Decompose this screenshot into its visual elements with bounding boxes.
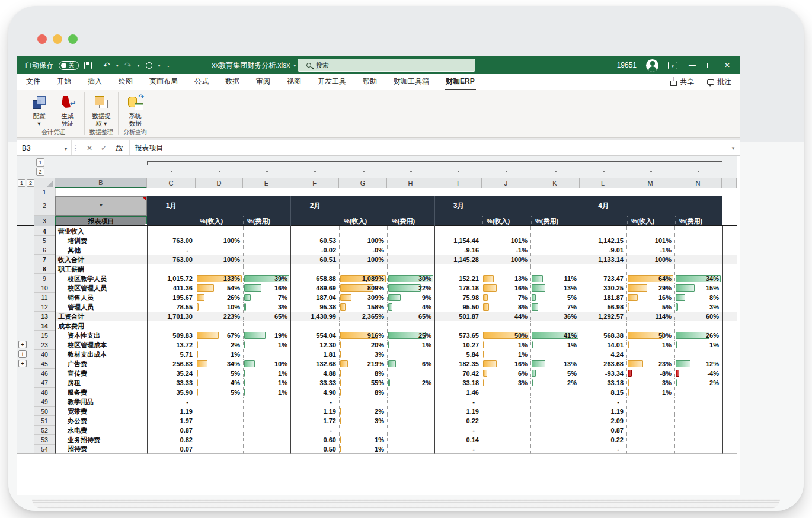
grid-cell[interactable]: -9.16 — [434, 245, 482, 255]
grid-cell[interactable]: 195.67 — [147, 293, 196, 302]
grid-cell[interactable] — [580, 188, 626, 196]
row-number[interactable]: 7 — [34, 255, 55, 264]
grid-cell[interactable] — [387, 369, 434, 378]
grid-cell[interactable] — [674, 426, 722, 435]
grid-cell[interactable]: 1% — [243, 340, 290, 350]
outline-expand-button[interactable]: + — [18, 341, 27, 348]
grid-cell[interactable] — [482, 435, 530, 445]
column-header-N[interactable]: N — [674, 178, 722, 188]
row-number[interactable]: 46 — [34, 369, 55, 378]
grid-cell[interactable] — [482, 188, 530, 196]
grid-cell[interactable] — [387, 397, 434, 407]
ribbon-button-生成凭证[interactable]: 生成 凭证 — [55, 92, 81, 127]
grid-cell[interactable] — [674, 188, 722, 196]
column-header-K[interactable]: K — [530, 178, 580, 188]
grid-cell[interactable] — [722, 416, 737, 426]
row-number[interactable]: 6 — [34, 245, 55, 255]
grid-cell[interactable]: 6% — [482, 369, 530, 378]
search-input[interactable]: 搜索 — [298, 59, 475, 72]
grid-cell[interactable]: 10% — [196, 302, 243, 312]
grid-cell[interactable] — [387, 388, 434, 397]
grid-cell[interactable] — [290, 264, 339, 274]
tab-财咖ERP[interactable]: 财咖ERP — [445, 74, 476, 90]
grid-cell[interactable] — [387, 236, 434, 245]
grid-cell[interactable]: 12.30 — [290, 340, 339, 350]
grid-cell[interactable]: 2% — [674, 378, 722, 388]
row-number[interactable]: 49 — [34, 397, 55, 407]
outline-expand-button[interactable]: + — [18, 360, 27, 367]
outline-expand-button[interactable]: + — [18, 350, 27, 358]
row-number[interactable]: 1 — [34, 188, 55, 196]
grid-cell[interactable]: 4.24 — [580, 350, 626, 359]
row-number[interactable]: 54 — [34, 445, 55, 454]
grid-cell[interactable]: 0.22 — [434, 416, 482, 426]
grid-cell[interactable] — [626, 416, 674, 426]
grid-cell[interactable]: 100% — [339, 236, 387, 245]
grid-cell[interactable]: 1,089% — [339, 274, 387, 283]
grid-cell[interactable] — [387, 435, 434, 445]
grid-cell[interactable]: 1% — [530, 340, 580, 350]
grid-cell[interactable]: 9% — [387, 293, 434, 302]
grid-cell[interactable]: 2% — [196, 340, 243, 350]
grid-cell[interactable] — [626, 188, 674, 196]
grid-cell[interactable]: 916% — [339, 331, 387, 340]
grid-cell[interactable] — [530, 226, 580, 236]
grid-cell[interactable] — [626, 397, 674, 407]
grid-cell[interactable]: 67% — [196, 331, 243, 340]
grid-cell[interactable]: 5% — [196, 369, 243, 378]
grid-cell[interactable] — [243, 426, 290, 435]
grid-cell[interactable]: 16% — [482, 359, 530, 369]
grid-cell[interactable] — [482, 426, 530, 435]
row-outline-level-2-button[interactable]: 2 — [27, 179, 34, 187]
grid-cell[interactable]: 13% — [530, 359, 580, 369]
grid-cell[interactable]: - — [147, 397, 196, 407]
row-outline-level-1-button[interactable]: 1 — [18, 179, 25, 187]
row-label-cell[interactable]: 成本费用 — [55, 321, 147, 331]
grid-cell[interactable] — [674, 407, 722, 416]
column-outline-level-1-button[interactable]: 1 — [36, 158, 44, 167]
grid-cell[interactable] — [722, 407, 737, 416]
grid-cell[interactable] — [674, 236, 722, 245]
grid-cell[interactable] — [674, 388, 722, 397]
grid-cell[interactable]: 64% — [626, 274, 674, 283]
ribbon-display-options-icon[interactable]: ▾ — [668, 62, 677, 69]
grid-cell[interactable] — [580, 264, 626, 274]
grid-cell[interactable]: -0.02 — [290, 245, 339, 255]
grid-cell[interactable]: 809% — [339, 283, 387, 293]
grid-cell[interactable]: 100% — [196, 255, 243, 264]
column-header-E[interactable]: E — [243, 178, 290, 188]
row-label-cell[interactable]: 水电费 — [55, 426, 147, 435]
grid-cell[interactable] — [530, 255, 580, 264]
grid-cell[interactable] — [626, 445, 674, 454]
grid-cell[interactable]: 0.87 — [147, 426, 196, 435]
minimize-button[interactable]: — — [687, 61, 698, 69]
grid-cell[interactable] — [722, 293, 737, 302]
grid-cell[interactable]: 0.07 — [147, 445, 196, 454]
row-label-cell[interactable]: 广告费 — [55, 359, 147, 369]
grid-cell[interactable] — [674, 321, 722, 331]
column-header-L[interactable]: L — [580, 178, 626, 188]
grid-cell[interactable] — [626, 426, 674, 435]
grid-cell[interactable] — [196, 226, 243, 236]
grid-cell[interactable] — [626, 226, 674, 236]
grid-cell[interactable]: 2% — [387, 378, 434, 388]
grid-cell[interactable]: 95.38 — [290, 302, 339, 312]
grid-cell[interactable]: 2% — [530, 378, 580, 388]
grid-cell[interactable]: 1% — [243, 369, 290, 378]
grid-cell[interactable] — [147, 321, 196, 331]
grid-cell[interactable]: 55% — [339, 378, 387, 388]
grid-cell[interactable]: 1% — [243, 388, 290, 397]
grid-cell[interactable]: 1,133.14 — [580, 255, 626, 264]
row-label-cell[interactable]: 培训费 — [55, 236, 147, 245]
grid-cell[interactable]: - — [147, 245, 196, 255]
grid-cell[interactable] — [482, 388, 530, 397]
grid-cell[interactable] — [339, 264, 387, 274]
row-label-cell[interactable]: 销售人员 — [55, 293, 147, 302]
row-number[interactable]: 23 — [34, 340, 55, 350]
grid-cell[interactable] — [530, 245, 580, 255]
grid-cell[interactable] — [196, 416, 243, 426]
row-label-cell[interactable]: 教学用品 — [55, 397, 147, 407]
grid-cell[interactable] — [243, 350, 290, 359]
grid-cell[interactable] — [196, 264, 243, 274]
grid-cell[interactable]: 1% — [482, 340, 530, 350]
